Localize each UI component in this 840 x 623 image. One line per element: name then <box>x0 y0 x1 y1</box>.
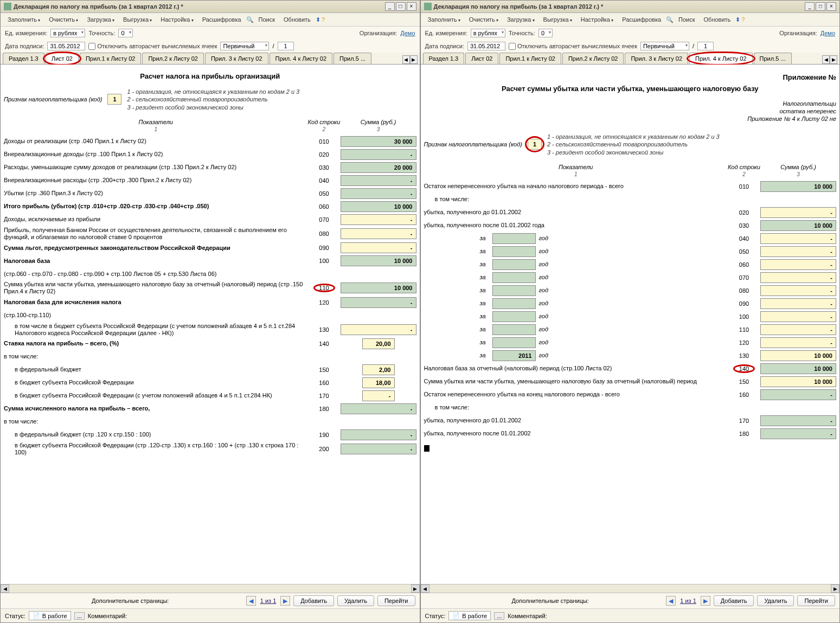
tab-pril-1[interactable]: Прил.1 к Листу 02 <box>499 53 561 64</box>
goto-button[interactable]: Перейти <box>377 595 415 606</box>
value-cell[interactable]: - <box>341 242 416 253</box>
tab-pril-1[interactable]: Прил.1 к Листу 02 <box>80 53 142 64</box>
date-input[interactable]: 31.05.2012 <box>47 42 85 50</box>
h-scrollbar[interactable]: ◀▶ <box>421 584 840 593</box>
year-input[interactable] <box>492 233 536 244</box>
value-cell[interactable]: - <box>760 272 836 283</box>
value-cell[interactable]: - <box>341 228 416 239</box>
value-cell[interactable]: - <box>760 246 836 257</box>
value-cell[interactable]: - <box>341 403 416 414</box>
tree-icon[interactable]: ⬍ <box>735 16 740 23</box>
load-button[interactable]: Загрузка <box>83 15 118 24</box>
clear-button[interactable]: Очистить <box>45 15 82 24</box>
value-cell[interactable]: - <box>341 429 416 440</box>
tab-list-02[interactable]: Лист 02 <box>465 53 498 64</box>
tab-pril-3[interactable]: Прил. 3 к Листу 02 <box>205 53 268 64</box>
setup-button[interactable]: Настройка <box>157 15 197 24</box>
close-button[interactable]: × <box>407 2 416 11</box>
tab-pril-4[interactable]: Прил. 4 к Листу 02 <box>689 53 753 64</box>
value-cell[interactable]: - <box>760 415 836 426</box>
tab-razdel-1-3[interactable]: Раздел 1.3 <box>3 53 44 64</box>
tab-pril-4[interactable]: Прил. 4 к Листу 02 <box>270 53 333 64</box>
help-icon[interactable]: ? <box>741 16 745 23</box>
year-input[interactable] <box>492 311 536 322</box>
unload-button[interactable]: Выгрузка <box>540 15 576 24</box>
delete-button[interactable]: Удалить <box>757 595 794 606</box>
tree-icon[interactable]: ⬍ <box>316 16 320 23</box>
tab-pril-2[interactable]: Прил.2 к Листу 02 <box>142 53 204 64</box>
maximize-button[interactable]: □ <box>816 2 825 11</box>
add-button[interactable]: Добавить <box>714 595 754 606</box>
value-cell[interactable]: - <box>760 233 836 244</box>
goto-button[interactable]: Перейти <box>797 595 835 606</box>
page-next[interactable]: ▶ <box>701 596 710 606</box>
value-cell[interactable]: 30 000 <box>341 136 416 147</box>
tab-razdel-1-3[interactable]: Раздел 1.3 <box>423 53 465 64</box>
value-cell[interactable]: - <box>341 297 416 308</box>
value-cell[interactable]: 20,00 <box>362 338 395 349</box>
tab-list-02[interactable]: Лист 02 <box>46 53 79 64</box>
value-cell[interactable]: 18,00 <box>362 377 395 388</box>
value-cell[interactable]: 10 000 <box>760 350 836 361</box>
value-cell[interactable]: 10 000 <box>341 282 416 293</box>
tab-scroll-left[interactable]: ◀ <box>822 55 830 64</box>
kind-select[interactable]: Первичный <box>220 42 269 50</box>
date-input[interactable]: 31.05.2012 <box>467 42 505 50</box>
kind-select[interactable]: Первичный <box>640 42 689 50</box>
value-cell[interactable]: - <box>760 428 836 439</box>
page-next[interactable]: ▶ <box>280 596 290 606</box>
status-value[interactable]: 📄В работе <box>448 611 491 620</box>
minimize-button[interactable]: _ <box>385 2 395 11</box>
value-cell[interactable]: - <box>362 390 395 401</box>
num-input[interactable]: 1 <box>278 42 294 50</box>
search-button[interactable]: Поиск <box>675 15 698 24</box>
h-scrollbar[interactable]: ◀▶ <box>1 584 420 593</box>
value-cell[interactable]: - <box>341 149 416 160</box>
value-cell[interactable]: 10 000 <box>341 255 416 266</box>
tab-scroll-right[interactable]: ▶ <box>830 55 837 64</box>
page-info[interactable]: 1 из 1 <box>677 598 700 604</box>
delete-button[interactable]: Удалить <box>337 595 374 606</box>
status-picker[interactable]: ... <box>494 612 504 620</box>
clear-button[interactable]: Очистить <box>465 15 502 24</box>
year-input[interactable] <box>492 259 536 270</box>
page-info[interactable]: 1 из 1 <box>257 598 280 604</box>
year-input[interactable]: 2011 <box>492 350 536 361</box>
value-cell[interactable]: - <box>341 214 416 225</box>
value-cell[interactable]: 2,00 <box>362 364 395 375</box>
year-input[interactable] <box>492 324 536 335</box>
decode-button[interactable]: Расшифровка <box>618 15 665 24</box>
year-input[interactable] <box>492 337 536 348</box>
year-input[interactable] <box>492 246 536 257</box>
unit-select[interactable]: в рублях <box>50 29 85 37</box>
org-link[interactable]: Демо <box>400 30 415 36</box>
year-input[interactable] <box>492 285 536 296</box>
value-cell[interactable]: - <box>760 324 836 335</box>
close-button[interactable]: × <box>826 2 836 11</box>
org-link[interactable]: Демо <box>820 30 835 36</box>
num-input[interactable]: 1 <box>697 42 714 50</box>
value-cell[interactable]: - <box>760 207 836 218</box>
autocalc-checkbox[interactable]: Отключить авторасчет вычисляемых ячеек <box>88 43 217 50</box>
tab-pril-5[interactable]: Прил.5 ... <box>754 53 792 64</box>
status-value[interactable]: 📄В работе <box>29 611 71 620</box>
value-cell[interactable]: - <box>760 311 836 322</box>
unload-button[interactable]: Выгрузка <box>119 15 156 24</box>
tab-scroll-right[interactable]: ▶ <box>410 55 418 64</box>
tab-scroll-left[interactable]: ◀ <box>402 55 410 64</box>
unit-select[interactable]: в рублях <box>471 29 505 37</box>
tab-pril-5[interactable]: Прил.5 ... <box>334 53 371 64</box>
value-cell[interactable]: - <box>760 389 836 400</box>
value-cell[interactable]: - <box>341 188 416 199</box>
value-cell[interactable]: 10 000 <box>760 181 836 192</box>
value-cell[interactable]: 20 000 <box>341 162 416 173</box>
value-cell[interactable]: - <box>760 298 836 309</box>
value-cell[interactable]: - <box>760 259 836 270</box>
fill-button[interactable]: Заполнить <box>424 15 464 24</box>
precision-select[interactable]: 0 <box>118 29 132 37</box>
add-button[interactable]: Добавить <box>293 595 334 606</box>
precision-select[interactable]: 0 <box>538 29 553 37</box>
year-input[interactable] <box>492 298 536 309</box>
minimize-button[interactable]: _ <box>805 2 815 11</box>
taxpayer-code[interactable]: 1 <box>528 139 542 150</box>
